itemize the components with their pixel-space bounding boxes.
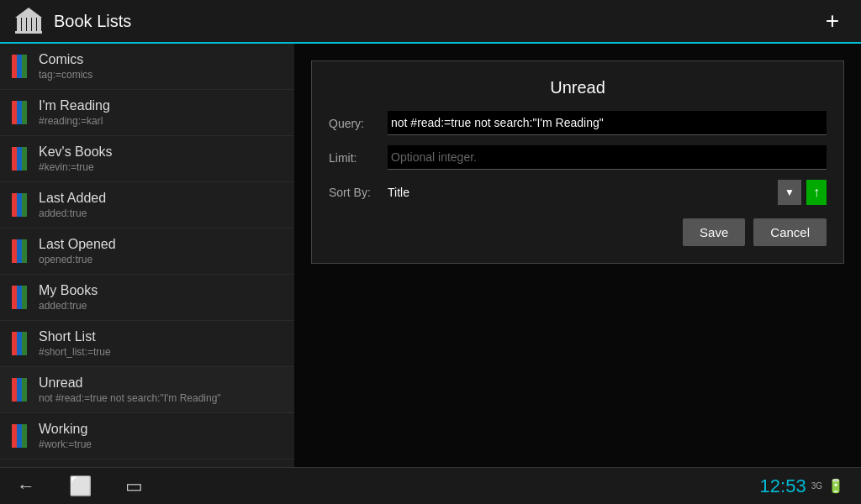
sidebar-item-comics[interactable]: Comicstag:=comics [0,44,294,90]
svg-rect-20 [17,239,22,263]
app-logo-icon [13,6,44,36]
svg-rect-17 [17,193,22,217]
book-icon [10,424,29,448]
sidebar-item-kevs-books[interactable]: Kev's Books#kevin:=true [0,136,294,182]
svg-rect-16 [12,193,17,217]
list-item-title: Unread [39,375,221,391]
sort-direction-button[interactable]: ↑ [806,180,827,205]
svg-rect-4 [37,18,41,31]
list-item-subtitle: #reading:=karl [39,115,110,127]
svg-rect-27 [22,332,27,355]
sort-value: Title [388,186,778,199]
svg-rect-26 [17,332,22,355]
sidebar-item-working[interactable]: Working#work:=true [0,413,294,459]
svg-marker-6 [15,8,42,18]
sidebar-item-short-list[interactable]: Short List#short_list:=true [0,321,294,367]
list-item-title: I'm Reading [39,98,110,113]
svg-rect-1 [22,18,26,31]
svg-rect-5 [15,31,42,34]
svg-rect-25 [12,332,17,355]
svg-rect-11 [17,101,22,124]
back-button[interactable]: ← [17,475,35,497]
book-icon [10,378,29,402]
home-button[interactable]: ⬜ [69,475,92,497]
svg-rect-33 [22,424,27,448]
list-item-subtitle: tag:=comics [39,69,92,81]
limit-label: Limit: [329,151,388,165]
edit-list-dialog: Unread Query: Limit: Sort By: Title ▼ ↑ … [311,60,844,264]
book-icon [10,147,29,171]
cancel-button[interactable]: Cancel [753,218,827,246]
book-icon [10,239,29,263]
svg-rect-19 [12,239,17,263]
svg-rect-3 [32,18,36,31]
sidebar: Comicstag:=comics I'm Reading#reading:=k… [0,44,294,467]
svg-rect-23 [17,286,22,309]
limit-row: Limit: [329,145,827,170]
network-badge: 3G [811,481,822,491]
svg-rect-0 [17,18,21,31]
dialog-overlay: Unread Query: Limit: Sort By: Title ▼ ↑ … [294,44,861,467]
list-item-title: Last Added [39,191,106,206]
list-item-subtitle: #work:=true [39,438,92,450]
svg-rect-22 [12,286,17,309]
top-bar: Book Lists + [0,0,861,44]
sort-row: Sort By: Title ▼ ↑ [329,180,827,205]
list-item-subtitle: not #read:=true not search:"I'm Reading" [39,392,221,404]
book-icon [10,101,29,124]
svg-rect-12 [22,101,27,124]
list-item-title: Short List [39,329,111,344]
bottom-bar: ← ⬜ ▭ 12:53 3G 🔋 [0,467,861,504]
sidebar-item-unread[interactable]: Unreadnot #read:=true not search:"I'm Re… [0,367,294,413]
list-item-subtitle: added:true [39,207,106,219]
list-item-title: My Books [39,283,98,298]
book-icon [10,332,29,355]
query-label: Query: [329,117,388,130]
svg-rect-14 [17,147,22,171]
list-item-title: Working [39,422,92,437]
time-display: 12:53 [760,475,806,497]
list-item-title: Comics [39,52,92,67]
recent-button[interactable]: ▭ [125,475,143,497]
svg-rect-32 [17,424,22,448]
svg-rect-29 [17,378,22,402]
sort-label: Sort By: [329,186,388,199]
svg-rect-31 [12,424,17,448]
svg-rect-18 [22,193,27,217]
svg-rect-7 [12,55,17,78]
add-list-button[interactable]: + [817,6,848,36]
sidebar-item-im-reading[interactable]: I'm Reading#reading:=karl [0,90,294,136]
svg-rect-15 [22,147,27,171]
save-button[interactable]: Save [683,218,745,246]
book-icon [10,286,29,309]
book-icon [10,193,29,217]
battery-icon: 🔋 [827,478,844,494]
list-item-subtitle: #kevin:=true [39,161,113,173]
svg-rect-28 [12,378,17,402]
list-item-subtitle: #short_list:=true [39,346,111,358]
app-title: Book Lists [54,12,817,31]
sort-dropdown-button[interactable]: ▼ [778,180,801,205]
list-item-title: Kev's Books [39,144,113,160]
svg-rect-24 [22,286,27,309]
sidebar-item-my-books[interactable]: My Booksadded:true [0,275,294,321]
svg-rect-2 [27,18,31,31]
list-item-subtitle: opened:true [39,254,116,265]
sidebar-item-last-opened[interactable]: Last Openedopened:true [0,228,294,275]
query-input[interactable] [388,111,827,135]
svg-rect-10 [12,101,17,124]
limit-input[interactable] [388,145,827,170]
svg-rect-13 [12,147,17,171]
svg-rect-30 [22,378,27,402]
sidebar-item-last-added[interactable]: Last Addedadded:true [0,182,294,228]
svg-rect-21 [22,239,27,263]
status-area: 12:53 3G 🔋 [760,475,844,497]
book-icon [10,55,29,78]
nav-icons: ← ⬜ ▭ [17,475,760,497]
dialog-title: Unread [329,78,827,97]
dialog-actions: Save Cancel [329,218,827,246]
list-item-subtitle: added:true [39,300,98,312]
svg-rect-8 [17,55,22,78]
query-row: Query: [329,111,827,135]
list-item-title: Last Opened [39,237,116,252]
